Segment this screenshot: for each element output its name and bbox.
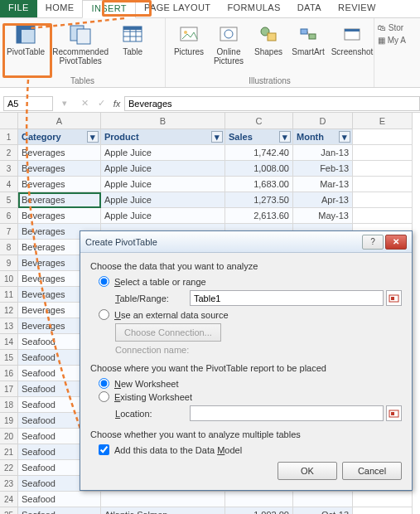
namebox-dropdown-icon[interactable]: ▾ [53, 98, 76, 109]
location-input[interactable] [190, 405, 384, 421]
table-range-input[interactable] [190, 290, 384, 306]
radio-new-worksheet-input[interactable] [99, 378, 109, 389]
cell[interactable]: Apple Juice [101, 208, 225, 224]
tab-pagelayout[interactable]: PAGE LAYOUT [136, 0, 219, 17]
ok-button[interactable]: OK [278, 462, 337, 480]
pictures-button[interactable]: Pictures [169, 21, 209, 76]
cell[interactable]: Mar-13 [293, 177, 353, 192]
radio-select-table[interactable]: Select a table or range [99, 276, 402, 287]
label-connection-name: Connection name: [115, 345, 189, 355]
location-picker-button[interactable] [386, 405, 402, 421]
radio-external-source-input[interactable] [99, 309, 109, 320]
section-multiple-tables: Choose whether you want to analyze multi… [90, 429, 402, 439]
svg-rect-21 [345, 29, 360, 32]
checkbox-data-model[interactable]: Add this data to the Data Model [99, 444, 402, 455]
cell[interactable]: Beverages [18, 208, 101, 224]
filter-dropdown-icon[interactable]: ▾ [87, 131, 99, 143]
cell[interactable] [353, 208, 413, 224]
cell[interactable]: Apr-13 [293, 192, 353, 208]
cell[interactable]: Beverages [18, 177, 101, 192]
online-pictures-button[interactable]: Online Pictures [209, 21, 249, 76]
tab-formulas[interactable]: FORMULAS [219, 0, 288, 17]
cell[interactable]: Apple Juice [101, 177, 225, 192]
column-header[interactable]: Sales▾ [225, 129, 293, 145]
cell[interactable]: Apple Juice [101, 192, 225, 208]
svg-point-12 [184, 31, 187, 34]
cell[interactable]: 2,613.60 [225, 208, 293, 224]
cell[interactable] [353, 161, 413, 177]
column-header[interactable]: Category▾ [18, 129, 101, 145]
cell[interactable]: 1,742.40 [225, 145, 293, 161]
radio-new-worksheet[interactable]: New Worksheet [99, 378, 402, 389]
cell[interactable]: Apple Juice [101, 145, 225, 161]
smartart-icon [297, 22, 320, 46]
svg-rect-2 [17, 25, 22, 43]
cell[interactable]: Seafood [18, 507, 101, 514]
cell[interactable]: 1,273.50 [225, 192, 293, 208]
cell[interactable]: May-13 [293, 208, 353, 224]
cell[interactable]: Feb-13 [293, 161, 353, 177]
svg-rect-24 [391, 297, 394, 300]
filter-dropdown-icon[interactable]: ▾ [211, 131, 223, 143]
dialog-titlebar[interactable]: Create PivotTable ? ✕ [80, 231, 412, 253]
dialog-title: Create PivotTable [85, 237, 360, 247]
group-tables-label: Tables [3, 76, 162, 87]
fx-icon[interactable]: fx [109, 99, 124, 109]
cell[interactable]: Jan-13 [293, 145, 353, 161]
name-box[interactable] [3, 96, 53, 111]
column-header[interactable]: Month▾ [293, 129, 353, 145]
tab-insert[interactable]: INSERT [82, 0, 136, 18]
cell[interactable]: 1,092.00 [225, 507, 293, 514]
svg-rect-17 [301, 29, 307, 34]
smartart-button[interactable]: SmartArt [288, 21, 328, 76]
cell[interactable] [293, 492, 353, 507]
cancel-button[interactable]: Cancel [342, 462, 402, 480]
svg-rect-13 [220, 27, 237, 41]
cell[interactable]: Beverages [18, 145, 101, 161]
cell[interactable] [353, 177, 413, 192]
pivottable-button[interactable]: PivotTable [3, 21, 48, 76]
cell[interactable]: Oct-13 [293, 507, 353, 514]
cell[interactable]: Beverages [18, 161, 101, 177]
cell[interactable] [225, 492, 293, 507]
cell[interactable]: 1,683.00 [225, 177, 293, 192]
formula-input[interactable] [124, 96, 420, 111]
radio-external-source[interactable]: Use an external data source [99, 309, 402, 320]
tab-review[interactable]: REVIEW [330, 0, 384, 17]
recommended-pivottables-label: Recommended PivotTables [52, 47, 109, 65]
formula-bar: ▾ ✕✓ fx [0, 95, 420, 113]
cell[interactable] [353, 192, 413, 208]
radio-select-table-input[interactable] [99, 276, 109, 287]
confirm-edit-icon: ✓ [98, 98, 105, 109]
dialog-help-button[interactable]: ? [362, 235, 384, 250]
screenshot-button[interactable]: Screenshot [328, 21, 376, 76]
pivottable-label: PivotTable [7, 47, 45, 56]
cell[interactable]: Seafood [18, 492, 101, 507]
column-header[interactable]: Product▾ [101, 129, 225, 145]
cell[interactable] [353, 507, 413, 514]
tab-file[interactable]: FILE [0, 0, 37, 17]
recommended-pivottables-button[interactable]: Recommended PivotTables [48, 21, 113, 76]
radio-existing-worksheet[interactable]: Existing Worksheet [99, 391, 402, 402]
cell[interactable] [353, 145, 413, 161]
ribbon: PivotTable Recommended PivotTables Table… [0, 18, 420, 88]
shapes-button[interactable]: Shapes [249, 21, 288, 76]
store-button[interactable]: 🛍 Stor [378, 23, 406, 32]
table-button[interactable]: Table [113, 21, 152, 76]
cell[interactable]: Beverages [18, 192, 101, 208]
cell[interactable]: 1,008.00 [225, 161, 293, 177]
checkbox-data-model-input[interactable] [99, 444, 109, 455]
filter-dropdown-icon[interactable]: ▾ [339, 131, 350, 143]
cell[interactable] [101, 492, 225, 507]
dialog-close-button[interactable]: ✕ [385, 235, 407, 250]
radio-existing-worksheet-input[interactable] [99, 391, 109, 402]
filter-dropdown-icon[interactable]: ▾ [279, 131, 291, 143]
range-picker-button[interactable] [386, 290, 402, 306]
cell[interactable]: Apple Juice [101, 161, 225, 177]
cell[interactable]: Atlantic Salmon [101, 507, 225, 514]
create-pivottable-dialog: Create PivotTable ? ✕ Choose the data th… [80, 230, 413, 491]
tab-home[interactable]: HOME [37, 0, 83, 17]
myapps-button[interactable]: ▦ My A [378, 36, 406, 45]
cell[interactable] [353, 492, 413, 507]
tab-data[interactable]: DATA [289, 0, 330, 17]
